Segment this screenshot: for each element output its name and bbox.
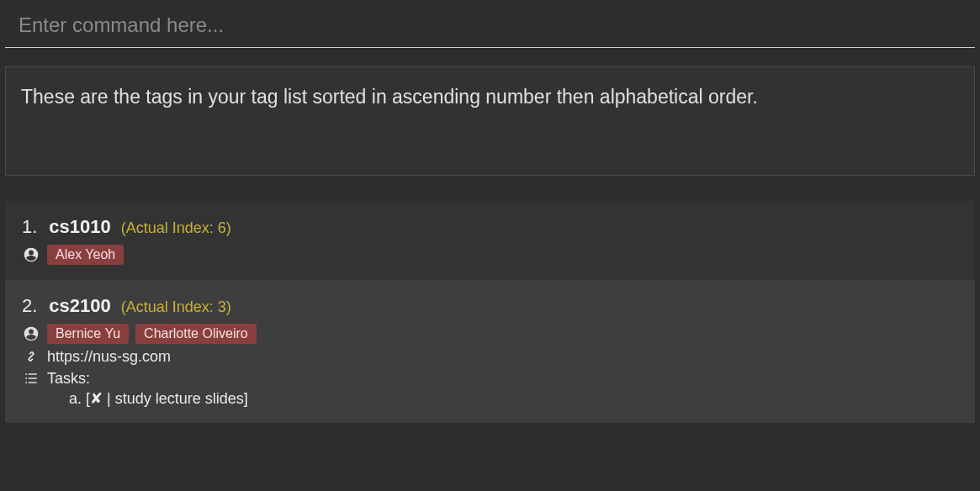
link-row: https://nus-sg.com (22, 347, 958, 366)
person-chip: Bernice Yu (47, 324, 129, 344)
message-panel: These are the tags in your tag list sort… (5, 66, 975, 176)
task-item: a. [✘ | study lecture slides] (22, 389, 958, 408)
message-text: These are the tags in your tag list sort… (21, 86, 959, 108)
tag-name: cs1010 (49, 216, 110, 238)
tag-link-text: https://nus-sg.com (47, 348, 171, 366)
tag-display-index: 1. (22, 216, 37, 238)
tag-actual-index-label: (Actual Index: 6) (121, 219, 231, 237)
command-input[interactable] (5, 7, 975, 48)
tag-list-item: 1. cs1010 (Actual Index: 6) Alex Yeoh (5, 201, 975, 280)
tag-list-item: 2. cs2100 (Actual Index: 3) Bernice Yu C… (5, 280, 975, 423)
person-chip: Charlotte Oliveiro (135, 324, 257, 344)
person-icon (22, 246, 40, 264)
link-icon (22, 347, 40, 366)
tag-display-index: 2. (22, 295, 37, 317)
persons-row: Bernice Yu Charlotte Oliveiro (22, 324, 958, 344)
tasks-icon (22, 369, 40, 388)
person-chip: Alex Yeoh (47, 245, 124, 265)
tag-title-row: 2. cs2100 (Actual Index: 3) (22, 295, 958, 317)
tasks-label: Tasks: (47, 370, 90, 388)
tag-list: 1. cs1010 (Actual Index: 6) Alex Yeoh 2.… (5, 201, 975, 423)
person-icon (22, 325, 40, 343)
tasks-header-row: Tasks: (22, 369, 958, 388)
tag-title-row: 1. cs1010 (Actual Index: 6) (22, 216, 958, 238)
persons-row: Alex Yeoh (22, 245, 958, 265)
tag-name: cs2100 (49, 295, 110, 317)
tag-actual-index-label: (Actual Index: 3) (121, 298, 231, 316)
